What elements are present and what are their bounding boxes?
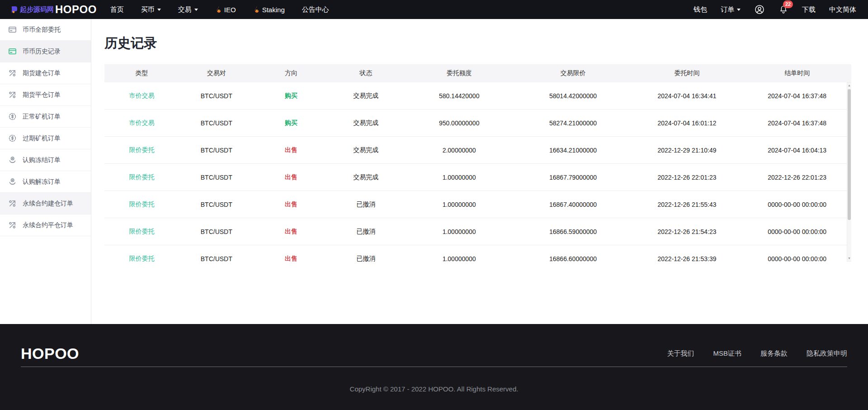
flame-icon: [215, 6, 222, 13]
nav-item-2[interactable]: 交易: [178, 5, 198, 14]
footer-link-2[interactable]: 服务条款: [760, 349, 788, 358]
nav-item-5[interactable]: 公告中心: [302, 5, 329, 14]
nav-item-4[interactable]: Staking: [253, 6, 285, 14]
notifications-button[interactable]: 22: [778, 5, 788, 14]
cell-direction: 出售: [254, 200, 328, 209]
table-scrollbar[interactable]: ▲▼: [847, 82, 851, 262]
nav-wallet[interactable]: 钱包: [693, 5, 707, 14]
language-selector[interactable]: 中文简体: [829, 5, 856, 14]
cell-status: 交易完成: [329, 173, 403, 181]
nav-item-label: 交易: [178, 5, 192, 14]
main-panel: 历史记录 类型交易对方向状态委托额度交易限价委托时间结单时间 市价交易BTC/U…: [91, 19, 868, 324]
col-header-0: 类型: [104, 69, 179, 77]
sidebar-item-9[interactable]: 永续合约平仓订单: [0, 215, 91, 236]
sidebar-item-4[interactable]: 正常矿机订单: [0, 106, 91, 128]
col-header-3: 状态: [329, 69, 403, 77]
table-row: 限价委托BTC/USDT出售已撤消1.0000000016866.5900000…: [104, 218, 851, 245]
table-header-row: 类型交易对方向状态委托额度交易限价委托时间结单时间: [104, 64, 851, 82]
cell-price: 58014.42000000: [515, 92, 631, 100]
percent-trend-icon: [8, 91, 17, 99]
cell-status: 已撤消: [329, 228, 403, 236]
cell-amount: 1.00000000: [403, 255, 515, 262]
page-title: 历史记录: [104, 34, 851, 52]
cell-type[interactable]: 限价委托: [104, 228, 179, 236]
cell-direction: 出售: [254, 173, 328, 181]
cell-pair: BTC/USDT: [179, 174, 254, 181]
cell-amount: 1.00000000: [403, 174, 515, 181]
cell-price: 16866.59000000: [515, 228, 631, 235]
cell-order_time: 2024-07-04 16:34:41: [631, 92, 743, 100]
cell-direction: 购买: [254, 92, 328, 100]
cell-amount: 1.00000000: [403, 228, 515, 235]
scroll-down-arrow[interactable]: ▼: [848, 256, 851, 261]
footer-link-1[interactable]: MSB证书: [713, 349, 741, 358]
chevron-down-icon: [157, 9, 161, 11]
footer-link-0[interactable]: 关于我们: [667, 349, 694, 358]
cell-type[interactable]: 限价委托: [104, 146, 179, 154]
brand-name: HOPOO: [55, 3, 97, 16]
cell-direction: 出售: [254, 228, 328, 236]
sidebar-item-3[interactable]: 期货平仓订单: [0, 84, 91, 106]
sidebar-item-label: 正常矿机订单: [23, 113, 61, 121]
nav-item-0[interactable]: 首页: [110, 5, 124, 14]
cell-type[interactable]: 市价交易: [104, 92, 179, 100]
sidebar-item-8[interactable]: 永续合约建仓订单: [0, 193, 91, 215]
cell-direction: 出售: [254, 255, 328, 262]
col-header-1: 交易对: [179, 69, 254, 77]
footer-links: 关于我们MSB证书服务条款隐私政策申明: [667, 349, 847, 358]
cell-close_time: 2022-12-26 22:01:23: [743, 174, 851, 181]
cell-order_time: 2022-12-26 21:55:43: [631, 201, 743, 208]
cell-price: 16866.60000000: [515, 255, 631, 262]
dollar-circle-icon: [8, 112, 17, 121]
sidebar-item-7[interactable]: 认购解冻订单: [0, 171, 91, 193]
account-button[interactable]: [754, 4, 765, 15]
nav-menu: 首页买币交易IEOStaking公告中心: [110, 5, 329, 14]
sidebar-item-label: 认购解冻订单: [23, 178, 61, 186]
cell-close_time: 2024-07-04 16:37:48: [743, 119, 851, 127]
sidebar-item-2[interactable]: 期货建仓订单: [0, 62, 91, 84]
table-row: 限价委托BTC/USDT出售交易完成1.0000000016867.790000…: [104, 164, 851, 191]
scroll-thumb[interactable]: [848, 89, 851, 220]
brand[interactable]: 起步源码网 HOPOO: [10, 3, 97, 16]
table-row: 限价委托BTC/USDT出售已撤消1.0000000016866.6000000…: [104, 245, 851, 262]
sidebar-item-1[interactable]: 币币历史记录: [0, 41, 91, 62]
brand-watermark: 起步源码网: [20, 5, 54, 14]
nav-item-3[interactable]: IEO: [215, 6, 236, 14]
cell-type[interactable]: 限价委托: [104, 200, 179, 209]
table-body: 市价交易BTC/USDT购买交易完成580.1442000058014.4200…: [104, 82, 851, 262]
cell-status: 已撤消: [329, 255, 403, 262]
scroll-track[interactable]: [847, 88, 851, 256]
hand-coin-icon: [8, 156, 17, 164]
cell-order_time: 2022-12-29 21:10:49: [631, 147, 743, 154]
nav-item-label: Staking: [262, 6, 285, 14]
table-row: 限价委托BTC/USDT出售已撤消1.0000000016867.4000000…: [104, 191, 851, 218]
cell-price: 16867.79000000: [515, 174, 631, 181]
scroll-up-arrow[interactable]: ▲: [848, 83, 851, 88]
col-header-4: 委托额度: [403, 69, 515, 77]
table-row: 市价交易BTC/USDT购买交易完成950.0000000058274.2100…: [104, 110, 851, 137]
avatar-icon: [754, 4, 765, 15]
cell-pair: BTC/USDT: [179, 92, 254, 100]
nav-item-1[interactable]: 买币: [141, 5, 161, 14]
cell-type[interactable]: 限价委托: [104, 255, 179, 262]
sidebar-item-6[interactable]: 认购冻结订单: [0, 149, 91, 171]
nav-download[interactable]: 下载: [802, 5, 816, 14]
col-header-6: 委托时间: [631, 69, 743, 77]
cell-pair: BTC/USDT: [179, 119, 254, 127]
cell-type[interactable]: 限价委托: [104, 173, 179, 181]
nav-right: 钱包 订单 22 下载 中文简体: [693, 4, 856, 15]
cell-order_time: 2024-07-04 16:01:12: [631, 119, 743, 127]
sidebar-item-5[interactable]: 过期矿机订单: [0, 128, 91, 149]
percent-trend-icon: [8, 199, 17, 208]
cell-order_time: 2022-12-26 22:01:23: [631, 174, 743, 181]
footer-link-3[interactable]: 隐私政策申明: [807, 349, 847, 358]
cell-price: 16634.21000000: [515, 147, 631, 154]
cell-pair: BTC/USDT: [179, 201, 254, 208]
nav-orders[interactable]: 订单: [721, 5, 741, 14]
cell-order_time: 2022-12-26 21:54:23: [631, 228, 743, 235]
percent-trend-icon: [8, 221, 17, 229]
cell-close_time: 2024-07-04 16:37:48: [743, 92, 851, 100]
sidebar-item-0[interactable]: 币币全部委托: [0, 19, 91, 41]
cell-type[interactable]: 市价交易: [104, 119, 179, 127]
chevron-down-icon: [737, 9, 741, 11]
